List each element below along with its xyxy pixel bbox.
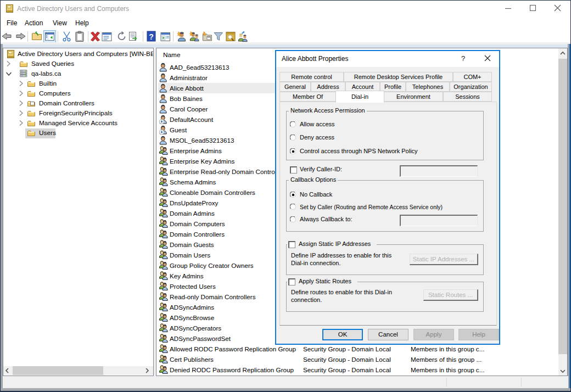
svg-text:?: ? <box>149 32 154 41</box>
